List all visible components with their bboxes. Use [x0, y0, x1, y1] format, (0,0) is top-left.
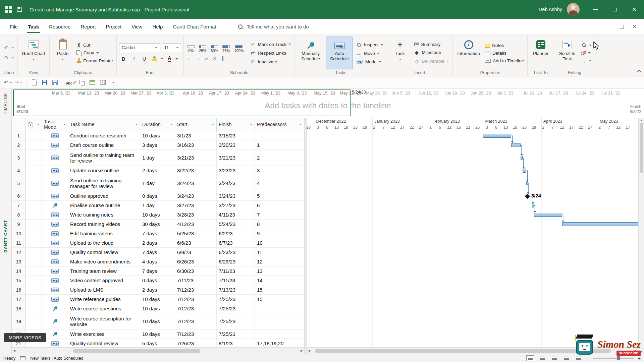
- cell-finish[interactable]: 7/25/23: [217, 295, 255, 304]
- format-painter-button[interactable]: Format Painter: [75, 58, 114, 64]
- redo-button[interactable]: ↷: [2, 54, 15, 62]
- cell-duration[interactable]: 10 days: [140, 131, 175, 140]
- cell-task-mode[interactable]: [42, 238, 68, 247]
- cell-start[interactable]: 7/12/23: [175, 304, 217, 313]
- zoom-slider[interactable]: [593, 358, 634, 359]
- cell-indicator[interactable]: [26, 285, 42, 294]
- row-number[interactable]: 2: [12, 140, 26, 149]
- cell-task-mode[interactable]: [42, 257, 68, 266]
- cell-indicator[interactable]: [26, 229, 42, 238]
- view-shortcut-task-usage[interactable]: [538, 355, 546, 361]
- row-number[interactable]: 4: [12, 166, 26, 175]
- qat-redo-button[interactable]: ↷: [14, 78, 23, 87]
- cut-button[interactable]: Cut: [75, 42, 114, 48]
- row-number[interactable]: 3: [12, 150, 26, 166]
- cell-task-name[interactable]: Video content approved: [68, 276, 140, 285]
- row-number[interactable]: 15: [12, 276, 26, 285]
- cell-predecessors[interactable]: [255, 329, 304, 339]
- cell-task-name[interactable]: Write course description for website: [68, 313, 140, 329]
- cell-indicator[interactable]: [26, 248, 42, 257]
- row-number[interactable]: 1: [12, 131, 26, 140]
- cell-finish[interactable]: 7/25/23: [217, 313, 255, 329]
- cell-task-name[interactable]: Write reference guides: [68, 295, 140, 304]
- column-header-finish[interactable]: Finish: [217, 118, 255, 131]
- new-tasks-status[interactable]: New Tasks : Auto Scheduled: [30, 356, 83, 361]
- cell-task-mode[interactable]: [42, 175, 68, 191]
- cell-task-mode[interactable]: [42, 229, 68, 238]
- view-shortcut-team-planner[interactable]: [550, 355, 558, 361]
- row-number[interactable]: 17: [12, 295, 26, 304]
- column-header-task-mode[interactable]: Task Mode: [42, 118, 68, 131]
- cell-duration[interactable]: 10 days: [140, 304, 175, 313]
- tab-resource[interactable]: Resource: [44, 19, 75, 35]
- column-header-start[interactable]: Start: [175, 118, 217, 131]
- cell-start[interactable]: 7/12/23: [175, 295, 217, 304]
- cell-task-mode[interactable]: [42, 266, 68, 276]
- paste-button[interactable]: Paste: [52, 37, 73, 69]
- row-number[interactable]: 9: [12, 220, 26, 229]
- qat-save-as-button[interactable]: [50, 78, 60, 87]
- cell-duration[interactable]: 1 day: [140, 201, 175, 210]
- link-tasks-icon[interactable]: ∞: [203, 55, 209, 61]
- insert-summary-button[interactable]: Summary: [413, 41, 450, 48]
- user-name[interactable]: Deb Ashby: [539, 7, 562, 12]
- qat-save-button[interactable]: [40, 78, 49, 87]
- cell-predecessors[interactable]: [255, 313, 304, 329]
- auto-schedule-button[interactable]: Auto Schedule: [326, 37, 353, 69]
- information-button[interactable]: i Information: [455, 37, 482, 69]
- cell-predecessors[interactable]: 9: [255, 229, 304, 238]
- outdent-task-icon[interactable]: ←: [186, 55, 192, 61]
- percent-complete-50-button[interactable]: 50%: [210, 45, 219, 53]
- cell-task-mode[interactable]: [42, 140, 68, 149]
- tab-report[interactable]: Report: [75, 19, 101, 35]
- cell-start[interactable]: 6/8/23: [175, 248, 217, 257]
- cell-indicator[interactable]: [26, 313, 42, 329]
- row-number[interactable]: 13: [12, 257, 26, 266]
- cell-task-name[interactable]: Write course questions: [68, 304, 140, 313]
- cell-task-mode[interactable]: [42, 295, 68, 304]
- cell-indicator[interactable]: [26, 257, 42, 266]
- planner-button[interactable]: Planner: [530, 37, 551, 69]
- row-number[interactable]: 16: [12, 285, 26, 294]
- user-avatar[interactable]: [567, 3, 580, 16]
- clear-button[interactable]: [580, 50, 593, 56]
- cell-finish[interactable]: 4/11/23: [217, 210, 255, 219]
- cell-predecessors[interactable]: 10: [255, 238, 304, 247]
- cell-duration[interactable]: 10 days: [140, 313, 175, 329]
- cell-start[interactable]: 7/12/23: [175, 285, 217, 294]
- cell-duration[interactable]: 10 days: [140, 329, 175, 339]
- row-number[interactable]: 10: [12, 229, 26, 238]
- cell-duration[interactable]: 7 days: [140, 266, 175, 276]
- cell-start[interactable]: 7/12/23: [175, 329, 217, 339]
- cell-duration[interactable]: 10 days: [140, 295, 175, 304]
- cell-start[interactable]: 6/30/23: [175, 266, 217, 276]
- tab-file[interactable]: File: [5, 19, 23, 35]
- cell-finish[interactable]: 7/11/23: [217, 276, 255, 285]
- tab-project[interactable]: Project: [101, 19, 126, 35]
- cell-task-mode[interactable]: [42, 285, 68, 294]
- cell-finish[interactable]: 6/2/23: [217, 229, 255, 238]
- cell-start[interactable]: 6/26/23: [175, 257, 217, 266]
- select-all-cell[interactable]: [12, 118, 26, 131]
- cell-task-name[interactable]: Send outline to training team for review: [68, 150, 140, 166]
- cell-task-name[interactable]: Outline approved: [68, 191, 140, 200]
- cell-duration[interactable]: 2 days: [140, 238, 175, 247]
- cell-predecessors[interactable]: 1: [255, 140, 304, 149]
- view-shortcut-gantt[interactable]: [526, 355, 534, 361]
- cell-task-mode[interactable]: [42, 248, 68, 257]
- cell-task-name[interactable]: Update course outline: [68, 166, 140, 175]
- column-header-predecessors[interactable]: Predecessors: [255, 118, 304, 131]
- cell-task-name[interactable]: Write training notes: [68, 210, 140, 219]
- scroll-left-icon[interactable]: ◀: [308, 349, 310, 352]
- more-videos-badge[interactable]: MORE VIDEOS: [4, 333, 46, 342]
- row-number[interactable]: 6: [12, 191, 26, 200]
- timeline-content[interactable]: Mar 6, '23Mar 13, '23Mar 20, '23Mar 27, …: [12, 89, 644, 118]
- cell-finish[interactable]: 3/23/23: [217, 166, 255, 175]
- cell-predecessors[interactable]: 12: [255, 257, 304, 266]
- cell-predecessors[interactable]: [255, 304, 304, 313]
- cell-task-name[interactable]: Finalise course outline: [68, 201, 140, 210]
- cell-task-mode[interactable]: [42, 276, 68, 285]
- underline-button[interactable]: U: [140, 55, 149, 63]
- cell-task-mode[interactable]: [42, 220, 68, 229]
- cell-predecessors[interactable]: 5: [255, 191, 304, 200]
